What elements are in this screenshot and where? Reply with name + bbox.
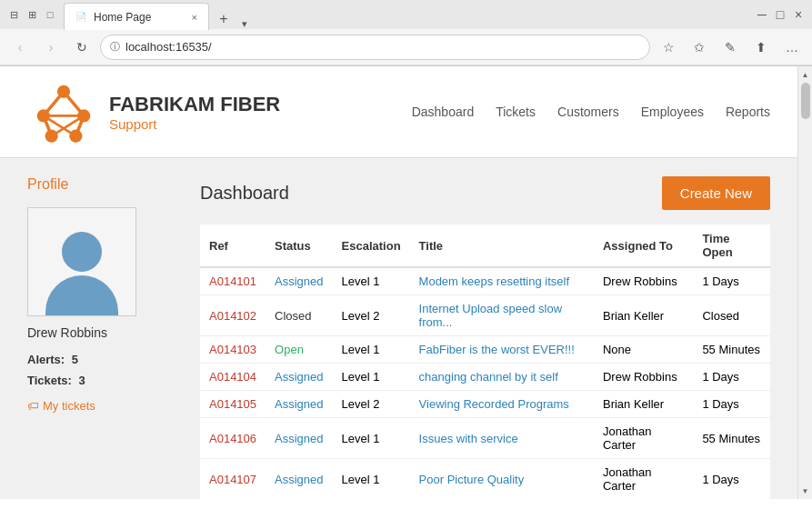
page-area: FABRIKAM FIBER Support Dashboard Tickets…	[0, 66, 812, 499]
cell-ref[interactable]: A014101	[200, 267, 266, 295]
nav-employees[interactable]: Employees	[641, 105, 704, 119]
scroll-thumb[interactable]	[801, 83, 810, 119]
more-button[interactable]: …	[779, 35, 805, 60]
cell-time-open: 1 Days	[693, 391, 770, 418]
cell-assigned-to: Brian Keller	[594, 391, 693, 418]
share-button[interactable]: ⬆	[748, 35, 774, 60]
title-link[interactable]: FabFiber is the worst EVER!!!	[419, 343, 575, 356]
cell-assigned-to: Brian Keller	[594, 295, 693, 336]
scrollbar[interactable]: ▲ ▼	[797, 66, 812, 499]
cell-status: Assigned	[266, 391, 332, 418]
back-button[interactable]: ‹	[7, 35, 33, 60]
table-row[interactable]: A014107 Assigned Level 1 Poor Picture Qu…	[200, 459, 770, 500]
alerts-value: 5	[72, 353, 78, 366]
active-tab[interactable]: 📄 Home Page ×	[64, 3, 209, 30]
cell-title[interactable]: Internet Upload speed slow from...	[410, 295, 594, 336]
maximize-button[interactable]: □	[774, 8, 787, 21]
table-row[interactable]: A014103 Open Level 1 FabFiber is the wor…	[200, 336, 770, 364]
cell-ref[interactable]: A014105	[200, 391, 266, 418]
cell-escalation: Level 2	[333, 295, 410, 336]
cell-title[interactable]: Viewing Recorded Programs	[410, 391, 594, 418]
ref-link[interactable]: A014105	[209, 397, 256, 411]
address-bar[interactable]: ⓘ localhost:16535/	[100, 35, 650, 60]
cell-status: Assigned	[266, 459, 332, 500]
ref-link[interactable]: A014101	[209, 274, 256, 288]
create-new-button[interactable]: Create New	[662, 176, 770, 210]
new-tab-button[interactable]: +	[213, 8, 235, 30]
cell-ref[interactable]: A014107	[200, 459, 266, 500]
cell-assigned-to: Jonathan Carter	[594, 418, 693, 459]
nav-tickets[interactable]: Tickets	[496, 105, 536, 119]
bookmark-button[interactable]: ☆	[656, 35, 681, 60]
window-icon-3[interactable]: □	[44, 8, 56, 21]
window-icon-1[interactable]: ⊟	[7, 8, 20, 21]
logo-text: FABRIKAM FIBER Support	[109, 93, 280, 132]
title-link[interactable]: Modem keeps resetting itself	[419, 274, 569, 288]
my-tickets-icon: 🏷	[27, 399, 39, 413]
table-row[interactable]: A014102 Closed Level 2 Internet Upload s…	[200, 295, 770, 336]
avatar-body	[45, 275, 118, 315]
ref-link[interactable]: A014106	[209, 432, 256, 445]
window-icon-2[interactable]: ⊞	[25, 8, 38, 21]
cell-status: Assigned	[266, 364, 332, 391]
cell-status: Assigned	[266, 418, 332, 459]
pen-button[interactable]: ✎	[717, 35, 743, 60]
cell-status: Assigned	[266, 267, 332, 295]
cell-title[interactable]: Modem keeps resetting itself	[410, 267, 594, 295]
cell-title[interactable]: changing channel by it self	[410, 364, 594, 391]
brand-name: FABRIKAM FIBER	[109, 93, 280, 116]
ref-link[interactable]: A014102	[209, 309, 256, 323]
cell-ref[interactable]: A014102	[200, 295, 266, 336]
cell-assigned-to: Jonathan Carter	[594, 459, 693, 500]
cell-ref[interactable]: A014104	[200, 364, 266, 391]
title-link[interactable]: changing channel by it self	[419, 370, 558, 384]
scroll-up-button[interactable]: ▲	[799, 68, 812, 81]
scroll-down-button[interactable]: ▼	[799, 484, 812, 497]
tickets-stat: Tickets: 3	[27, 370, 182, 391]
nav-customers[interactable]: Customers	[557, 105, 619, 119]
cell-time-open: 1 Days	[693, 267, 770, 295]
cell-title[interactable]: Poor Picture Quality	[410, 459, 594, 500]
title-link[interactable]: Internet Upload speed slow from...	[419, 302, 563, 329]
minimize-button[interactable]: ─	[756, 8, 768, 21]
table-body: A014101 Assigned Level 1 Modem keeps res…	[200, 267, 770, 499]
alerts-stat: Alerts: 5	[27, 349, 182, 370]
svg-line-5	[44, 92, 64, 116]
sidebar: Profile Drew Robbins Alerts: 5 Tickets: …	[27, 176, 182, 499]
window-close-button[interactable]: ×	[792, 8, 805, 21]
sidebar-title: Profile	[27, 176, 182, 193]
cell-assigned-to: Drew Robbins	[594, 364, 693, 391]
cell-ref[interactable]: A014106	[200, 418, 266, 459]
cell-time-open: 1 Days	[693, 459, 770, 500]
table-row[interactable]: A014104 Assigned Level 1 changing channe…	[200, 364, 770, 391]
tickets-value: 3	[79, 374, 85, 387]
table-header-row: Ref Status Escalation Title Assigned To …	[200, 225, 770, 267]
title-link[interactable]: Issues with service	[419, 432, 518, 445]
favorites-button[interactable]: ✩	[687, 35, 712, 60]
cell-ref[interactable]: A014103	[200, 336, 266, 364]
cell-assigned-to: None	[594, 336, 693, 364]
address-lock-icon: ⓘ	[110, 40, 120, 54]
svg-line-6	[64, 92, 84, 116]
tab-title: Home Page	[94, 11, 151, 24]
forward-button[interactable]: ›	[38, 35, 64, 60]
tab-dropdown-icon[interactable]: ▾	[238, 17, 251, 30]
table-row[interactable]: A014105 Assigned Level 2 Viewing Recorde…	[200, 391, 770, 418]
cell-title[interactable]: Issues with service	[410, 418, 594, 459]
dashboard-header: Dashboard Create New	[200, 176, 770, 210]
table-row[interactable]: A014101 Assigned Level 1 Modem keeps res…	[200, 267, 770, 295]
ref-link[interactable]: A014103	[209, 343, 256, 356]
refresh-button[interactable]: ↻	[69, 35, 95, 60]
title-link[interactable]: Poor Picture Quality	[419, 473, 525, 486]
ref-link[interactable]: A014104	[209, 370, 256, 384]
my-tickets-link[interactable]: 🏷 My tickets	[27, 399, 182, 413]
tab-favicon: 📄	[75, 12, 86, 22]
nav-reports[interactable]: Reports	[726, 105, 770, 119]
cell-time-open: 55 Minutes	[693, 418, 770, 459]
tab-close-button[interactable]: ×	[192, 12, 197, 23]
ref-link[interactable]: A014107	[209, 473, 256, 486]
cell-title[interactable]: FabFiber is the worst EVER!!!	[410, 336, 594, 364]
table-row[interactable]: A014106 Assigned Level 1 Issues with ser…	[200, 418, 770, 459]
title-link[interactable]: Viewing Recorded Programs	[419, 397, 569, 411]
nav-dashboard[interactable]: Dashboard	[412, 105, 475, 119]
